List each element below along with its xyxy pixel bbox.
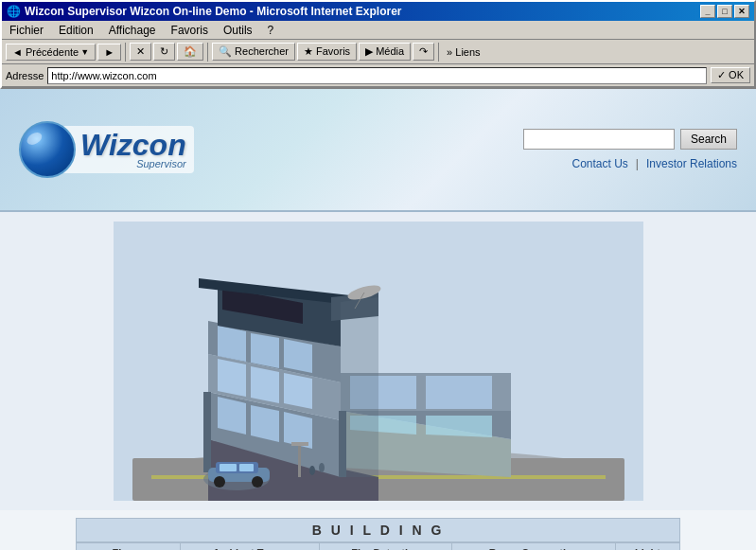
refresh-button[interactable]: ↻ <box>153 43 175 61</box>
toolbar-separator-2 <box>207 43 208 62</box>
status-section: B U I L D I N G Floors Ambient Temp. Fir… <box>0 510 756 550</box>
address-label: Adresse <box>6 70 44 81</box>
menu-bar: Fichier Edition Affichage Favoris Outils… <box>2 21 754 40</box>
logo-text-wrapper: Wizcon Supervisor <box>62 126 194 173</box>
menu-favoris[interactable]: Favoris <box>167 23 212 38</box>
menu-affichage[interactable]: Affichage <box>105 23 160 38</box>
address-bar: Adresse ✓ OK <box>2 64 754 87</box>
history-button[interactable]: ↷ <box>413 43 434 61</box>
header-right: Search Contact Us | Investor Relations <box>523 129 737 170</box>
svg-rect-40 <box>291 442 308 446</box>
home-button[interactable]: 🏠 <box>177 43 203 61</box>
svg-point-41 <box>309 466 315 475</box>
logo-area: Wizcon Supervisor <box>19 121 194 178</box>
nav-separator: | <box>636 157 639 170</box>
toolbar: ◄ Précédente ▼ ► ✕ ↻ 🏠 🔍 Rechercher ★ Fa… <box>2 40 754 64</box>
svg-marker-6 <box>218 397 246 435</box>
contact-us-link[interactable]: Contact Us <box>571 157 627 170</box>
menu-help[interactable]: ? <box>264 23 278 38</box>
logo-globe <box>19 121 76 178</box>
menu-edition[interactable]: Edition <box>55 23 97 38</box>
search-bar: Search <box>523 129 737 150</box>
nav-links: Contact Us | Investor Relations <box>571 157 737 170</box>
svg-rect-39 <box>298 444 301 477</box>
forward-button[interactable]: ► <box>97 44 121 61</box>
window-title: Wizcon Supervisor Wizcon On-line Demo - … <box>25 5 402 18</box>
menu-outils[interactable]: Outils <box>220 23 256 38</box>
svg-point-42 <box>319 463 325 472</box>
logo-text: Wizcon <box>80 130 186 160</box>
investor-relations-link[interactable]: Investor Relations <box>646 157 737 170</box>
status-table: Floors Ambient Temp. Fire Detection Room… <box>76 542 680 550</box>
svg-marker-23 <box>426 416 492 437</box>
svg-marker-10 <box>218 359 246 397</box>
media-button[interactable]: ▶ Média <box>359 43 411 61</box>
svg-marker-12 <box>284 373 312 409</box>
menu-fichier[interactable]: Fichier <box>6 23 47 38</box>
back-button[interactable]: ◄ Précédente ▼ <box>6 44 96 61</box>
search-input[interactable] <box>523 129 675 150</box>
close-button[interactable]: ✕ <box>734 5 749 18</box>
site-header: Wizcon Supervisor Search Contact Us | In… <box>0 89 756 212</box>
svg-rect-36 <box>239 464 254 471</box>
svg-marker-43 <box>341 297 378 477</box>
favorites-button[interactable]: ★ Favoris <box>297 43 357 61</box>
links-label: » Liens <box>443 45 483 59</box>
svg-point-38 <box>252 476 263 488</box>
col-header-light: Light <box>616 543 680 551</box>
stop-button[interactable]: ✕ <box>130 43 151 61</box>
building-area <box>0 212 756 510</box>
search-button[interactable]: 🔍 Rechercher <box>212 43 295 61</box>
svg-marker-11 <box>251 366 279 403</box>
col-header-occupation: Room Occupation <box>452 543 616 551</box>
maximize-button[interactable]: □ <box>717 5 732 18</box>
building-image[interactable] <box>114 222 643 501</box>
col-header-fire: Fire Detection <box>320 543 452 551</box>
toolbar-separator-3 <box>438 43 439 62</box>
col-header-temp: Ambient Temp. <box>180 543 320 551</box>
svg-rect-35 <box>220 464 237 471</box>
address-input[interactable] <box>47 67 707 84</box>
svg-marker-14 <box>218 326 246 362</box>
browser-content: Wizcon Supervisor Search Contact Us | In… <box>0 89 756 550</box>
col-header-floors: Floors <box>77 543 181 551</box>
toolbar-separator <box>125 43 126 62</box>
svg-marker-16 <box>284 339 312 373</box>
go-button[interactable]: ✓ OK <box>711 67 750 83</box>
svg-point-37 <box>214 476 225 488</box>
minimize-button[interactable]: _ <box>700 5 715 18</box>
search-submit-button[interactable]: Search <box>680 129 737 150</box>
svg-rect-30 <box>203 392 211 472</box>
title-bar: 🌐 Wizcon Supervisor Wizcon On-line Demo … <box>2 2 754 21</box>
svg-marker-15 <box>251 333 279 368</box>
svg-marker-26 <box>426 376 492 409</box>
browser-icon: 🌐 <box>7 5 21 18</box>
building-svg <box>114 222 643 501</box>
building-title: B U I L D I N G <box>76 518 680 542</box>
